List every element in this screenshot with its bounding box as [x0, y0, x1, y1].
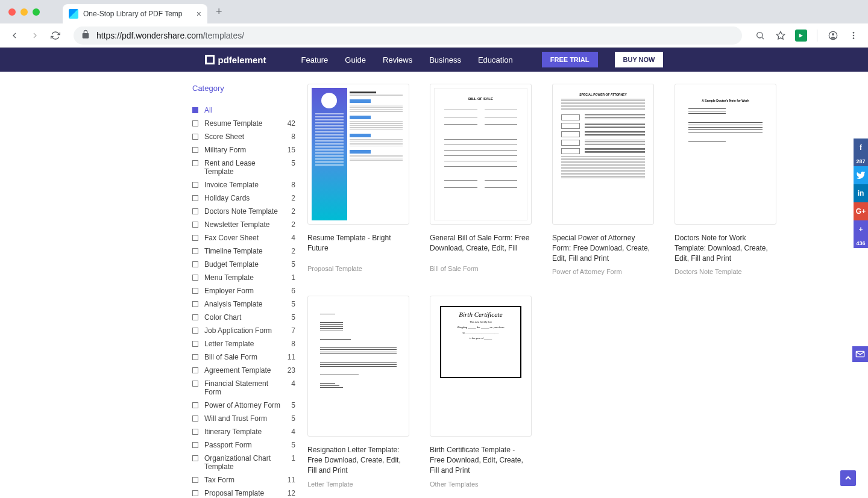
category-item[interactable]: Budget Template5: [192, 258, 295, 271]
category-checkbox[interactable]: [192, 147, 198, 153]
category-item[interactable]: Organizational Chart Template1: [192, 452, 295, 473]
template-card[interactable]: Resume Template - Bright FutureProposal …: [307, 84, 409, 275]
minimize-window[interactable]: [20, 8, 28, 16]
category-item[interactable]: All: [192, 104, 295, 117]
template-card[interactable]: Birth CertificateThis is to Certify that…: [430, 296, 532, 487]
category-item[interactable]: Proposal Template12: [192, 487, 295, 498]
category-item[interactable]: Job Application Form7: [192, 324, 295, 337]
nav-reviews[interactable]: Reviews: [383, 55, 412, 64]
template-card[interactable]: SPECIAL POWER OF ATTORNEYSpecial Power o…: [552, 84, 654, 275]
category-checkbox[interactable]: [192, 134, 198, 140]
category-item[interactable]: Menu Template1: [192, 271, 295, 284]
template-card[interactable]: BILL OF SALEGeneral Bill of Sale Form: F…: [430, 84, 532, 275]
category-checkbox[interactable]: [192, 381, 198, 387]
category-item[interactable]: Financial Statement Form4: [192, 377, 295, 399]
category-checkbox[interactable]: [192, 182, 198, 188]
nav-guide[interactable]: Guide: [345, 55, 366, 64]
more-share[interactable]: +: [854, 220, 868, 238]
category-checkbox[interactable]: [192, 455, 198, 461]
twitter-share[interactable]: [854, 166, 868, 184]
category-item[interactable]: Timeline Template2: [192, 244, 295, 258]
category-item[interactable]: Military Form15: [192, 143, 295, 157]
category-checkbox[interactable]: [192, 416, 198, 422]
bookmark-icon[interactable]: [772, 27, 789, 44]
browser-tab[interactable]: One-Stop Library of PDF Temp ×: [63, 4, 207, 23]
category-item[interactable]: Passport Form5: [192, 438, 295, 452]
reload-button[interactable]: [47, 27, 64, 44]
category-item[interactable]: Employer Form6: [192, 284, 295, 297]
back-button[interactable]: [6, 27, 23, 44]
category-checkbox[interactable]: [192, 107, 198, 113]
extension-icon[interactable]: ▸: [793, 27, 810, 44]
category-checkbox[interactable]: [192, 120, 198, 126]
category-checkbox[interactable]: [192, 222, 198, 228]
category-item[interactable]: Rent and Lease Template5: [192, 157, 295, 178]
template-thumbnail[interactable]: SPECIAL POWER OF ATTORNEY: [552, 84, 654, 225]
category-item[interactable]: Doctors Note Template2: [192, 205, 295, 218]
category-checkbox[interactable]: [192, 314, 198, 320]
linkedin-share[interactable]: in: [854, 184, 868, 202]
browser-toolbar: https://pdf.wondershare.com/templates/ ▸: [0, 23, 868, 48]
category-item[interactable]: Analysis Template5: [192, 297, 295, 311]
category-item[interactable]: Resume Template42: [192, 117, 295, 130]
forward-button[interactable]: [27, 27, 43, 44]
site-logo[interactable]: pdfelement: [205, 55, 266, 65]
category-item[interactable]: Newsletter Template2: [192, 218, 295, 231]
template-thumbnail[interactable]: A Sample Doctor's Note for Work: [675, 84, 776, 225]
googleplus-share[interactable]: G+: [854, 202, 868, 220]
category-checkbox[interactable]: [192, 402, 198, 408]
nav-education[interactable]: Education: [478, 55, 513, 64]
profile-icon[interactable]: [825, 27, 841, 44]
category-checkbox[interactable]: [192, 301, 198, 307]
category-checkbox[interactable]: [192, 235, 198, 241]
category-checkbox[interactable]: [192, 429, 198, 435]
facebook-share[interactable]: f: [854, 139, 868, 157]
template-thumbnail[interactable]: BILL OF SALE: [430, 84, 532, 225]
buy-now-button[interactable]: BUY NOW: [615, 52, 664, 67]
zoom-icon[interactable]: [752, 27, 769, 44]
category-checkbox[interactable]: [192, 328, 198, 334]
category-checkbox[interactable]: [192, 477, 198, 483]
nav-business[interactable]: Business: [429, 55, 461, 64]
category-count: 5: [291, 401, 295, 409]
category-checkbox[interactable]: [192, 367, 198, 373]
category-checkbox[interactable]: [192, 195, 198, 201]
category-item[interactable]: Power of Attorney Form5: [192, 399, 295, 412]
category-item[interactable]: Will and Trust Form5: [192, 412, 295, 425]
category-item[interactable]: Score Sheet8: [192, 130, 295, 143]
category-checkbox[interactable]: [192, 208, 198, 214]
category-checkbox[interactable]: [192, 261, 198, 267]
address-bar[interactable]: https://pdf.wondershare.com/templates/: [74, 26, 742, 45]
category-item[interactable]: Letter Template8: [192, 337, 295, 350]
template-card[interactable]: Resignation Letter Template: Free Downlo…: [307, 296, 409, 487]
category-checkbox[interactable]: [192, 341, 198, 347]
template-thumbnail[interactable]: [307, 296, 409, 437]
category-checkbox[interactable]: [192, 160, 198, 166]
scroll-to-top-button[interactable]: [840, 470, 856, 486]
maximize-window[interactable]: [33, 8, 40, 16]
close-tab-icon[interactable]: ×: [197, 9, 201, 19]
category-checkbox[interactable]: [192, 288, 198, 294]
nav-feature[interactable]: Feature: [301, 55, 329, 64]
category-checkbox[interactable]: [192, 275, 198, 281]
category-item[interactable]: Color Chart5: [192, 311, 295, 324]
category-item[interactable]: Invoice Template8: [192, 178, 295, 191]
template-card[interactable]: A Sample Doctor's Note for WorkDoctors N…: [675, 84, 776, 275]
free-trial-button[interactable]: FREE TRIAL: [542, 52, 598, 67]
category-item[interactable]: Agreement Template23: [192, 364, 295, 377]
category-item[interactable]: Bill of Sale Form11: [192, 350, 295, 364]
close-window[interactable]: [8, 8, 16, 16]
category-item[interactable]: Tax Form11: [192, 473, 295, 487]
menu-icon[interactable]: [845, 27, 862, 44]
category-checkbox[interactable]: [192, 490, 198, 496]
category-item[interactable]: Itinerary Template4: [192, 425, 295, 438]
category-checkbox[interactable]: [192, 248, 198, 254]
template-thumbnail[interactable]: [307, 84, 409, 225]
category-item[interactable]: Fax Cover Sheet4: [192, 231, 295, 244]
feedback-mail-button[interactable]: [852, 346, 868, 362]
template-thumbnail[interactable]: Birth CertificateThis is to Certify that…: [430, 296, 532, 437]
category-checkbox[interactable]: [192, 442, 198, 448]
category-item[interactable]: Holiday Cards2: [192, 191, 295, 205]
new-tab-button[interactable]: +: [207, 5, 231, 18]
category-checkbox[interactable]: [192, 354, 198, 360]
